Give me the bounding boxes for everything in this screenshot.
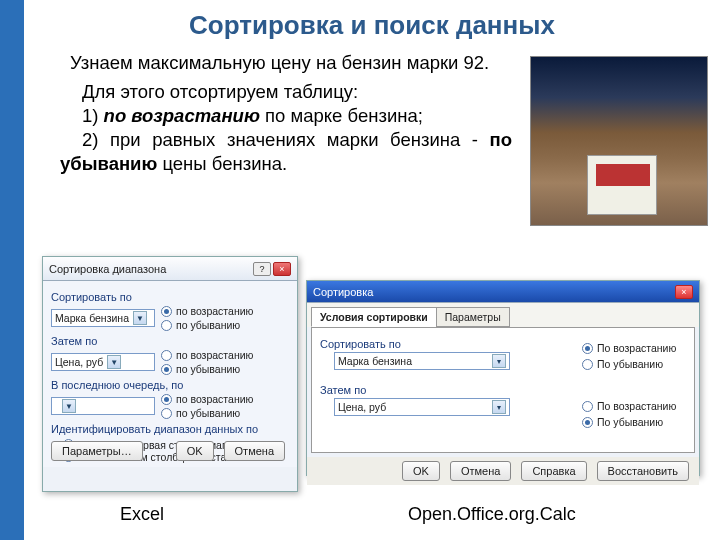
tab-parameters[interactable]: Параметры [436,307,510,327]
intro-text: Узнаем максимальную цену на бензин марки… [70,52,489,73]
radio-icon [582,401,593,412]
slide-title: Сортировка и поиск данных [42,10,702,41]
gas-pump [587,155,657,215]
sort2-asc-radio[interactable]: по возрастанию [161,349,253,361]
calc-caption: Open.Office.org.Calc [408,504,576,525]
params-button[interactable]: Параметры… [51,441,143,461]
cancel-button[interactable]: Отмена [224,441,285,461]
excel-button-row: Параметры… OK Отмена [51,441,289,461]
sort1-asc-radio[interactable]: по возрастанию [161,305,253,317]
help-button[interactable]: ? [253,262,271,276]
chevron-down-icon: ▼ [133,311,147,325]
chevron-down-icon: ▾ [492,354,506,368]
chevron-down-icon: ▾ [492,400,506,414]
steps-line3: 2) при равных значениях марки бензина - … [60,128,512,176]
reset-button[interactable]: Восстановить [597,461,689,481]
calc-sort2-desc[interactable]: По убыванию [582,416,676,428]
calc-sort-dialog: Сортировка × Условия сортировки Параметр… [306,280,700,476]
excel-titlebar: Сортировка диапазона ? × [43,257,297,281]
calc-sort2-asc[interactable]: По возрастанию [582,400,676,412]
radio-icon [582,343,593,354]
sort-by-label: Сортировать по [51,291,289,303]
sort-field-2-combo[interactable]: Цена, руб▼ [51,353,155,371]
combo-value [55,400,58,412]
radio-icon [161,364,172,375]
then-by-label: Затем по [51,335,289,347]
calc-sort1-desc[interactable]: По убыванию [582,358,676,370]
calc-field1-combo[interactable]: Марка бензина▾ [334,352,510,370]
close-button[interactable]: × [675,285,693,299]
calc-dialog-title: Сортировка [313,286,673,298]
steps-line1: Для этого отсортируем таблицу: [60,80,512,104]
side-accent-bar [0,0,24,540]
sort-field-1-combo[interactable]: Марка бензина▼ [51,309,155,327]
help-button[interactable]: Справка [521,461,586,481]
excel-caption: Excel [120,504,164,525]
excel-dialog-body: Сортировать по Марка бензина▼ по возраст… [43,281,297,467]
calc-sort2-radios: По возрастанию По убыванию [582,400,676,428]
tab-sort-conditions[interactable]: Условия сортировки [311,307,437,327]
combo-value: Цена, руб [55,356,103,368]
close-button[interactable]: × [273,262,291,276]
sort-field-3-combo[interactable]: ▼ [51,397,155,415]
radio-icon [161,408,172,419]
chevron-down-icon: ▼ [62,399,76,413]
radio-icon [161,320,172,331]
radio-icon [161,350,172,361]
identify-label: Идентифицировать диапазон данных по [51,423,289,435]
calc-field2-combo[interactable]: Цена, руб▾ [334,398,510,416]
sort1-desc-radio[interactable]: по убыванию [161,319,253,331]
last-by-label: В последнюю очередь, по [51,379,289,391]
sort3-asc-radio[interactable]: по возрастанию [161,393,253,405]
sort2-desc-radio[interactable]: по убыванию [161,363,253,375]
steps-line2: 1) по возрастанию по марке бензина; [60,104,512,128]
combo-value: Марка бензина [55,312,129,324]
calc-button-row: OK Отмена Справка Восстановить [307,457,699,485]
cancel-button[interactable]: Отмена [450,461,511,481]
excel-sort-dialog: Сортировка диапазона ? × Сортировать по … [42,256,298,492]
combo-value: Марка бензина [338,355,488,367]
ok-button[interactable]: OK [176,441,214,461]
calc-sort1-asc[interactable]: По возрастанию [582,342,676,354]
combo-value: Цена, руб [338,401,488,413]
calc-body: Сортировать по Марка бензина▾ По возраст… [311,327,695,453]
radio-icon [161,394,172,405]
screenshots-area: Сортировка диапазона ? × Сортировать по … [42,256,702,502]
calc-then-by-label: Затем по [320,384,686,396]
radio-icon [582,417,593,428]
excel-dialog-title: Сортировка диапазона [49,263,251,275]
chevron-down-icon: ▼ [107,355,121,369]
ok-button[interactable]: OK [402,461,440,481]
sort3-desc-radio[interactable]: по убыванию [161,407,253,419]
radio-icon [582,359,593,370]
calc-titlebar: Сортировка × [307,281,699,303]
calc-tabs: Условия сортировки Параметры [307,303,699,327]
calc-sort1-radios: По возрастанию По убыванию [582,342,676,370]
radio-icon [161,306,172,317]
gas-station-photo [530,56,708,226]
